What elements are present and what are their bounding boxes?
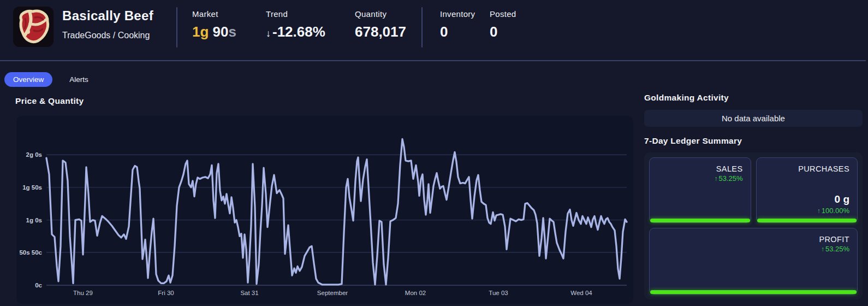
chart-section-title: Price & Quantity [15, 96, 84, 106]
item-category: TradeGoods / Cooking [62, 31, 153, 40]
svg-text:2g 0s: 2g 0s [26, 151, 42, 158]
stat-trend-value: ↓-12.68% [266, 23, 325, 40]
sales-card-percent: ↑53.25% [714, 174, 742, 183]
stat-market: Market 1g 90s [192, 9, 236, 40]
sales-card-label: SALES [716, 164, 743, 173]
stat-posted-label: Posted [490, 9, 516, 19]
ledger-card-purchases: PURCHASES 0 g ↑100.00% [756, 157, 858, 223]
sales-green-bar [650, 219, 750, 222]
right-sidebar: Goldmaking Activity No data available 7-… [644, 93, 863, 299]
ledger-cards-container: SALES ↑53.25% PURCHASES 0 g ↑100.00% PRO… [644, 152, 863, 299]
purchases-card-value: 0 g [835, 193, 849, 205]
purchases-percent-text: 100.00% [822, 207, 849, 215]
price-quantity-chart: 0c50s 50c1g 0s1g 50s2g 0sThu 29Fri 30Sat… [16, 116, 633, 304]
up-arrow-icon: ↑ [714, 175, 717, 183]
stat-quantity-label: Quantity [355, 9, 406, 19]
goldmaking-activity-title: Goldmaking Activity [644, 93, 863, 103]
profit-card-label: PROFIT [819, 235, 849, 244]
steak-item-icon [13, 7, 53, 47]
price-quantity-chart-panel: 0c50s 50c1g 0s1g 50s2g 0sThu 29Fri 30Sat… [16, 116, 633, 304]
up-arrow-icon: ↑ [821, 245, 824, 253]
svg-text:Wed 04: Wed 04 [570, 290, 592, 296]
ledger-card-profit: PROFIT ↑53.25% [649, 228, 858, 295]
profit-card-percent: ↑53.25% [821, 245, 849, 253]
svg-text:50s 50c: 50s 50c [19, 249, 42, 256]
ledger-summary-title: 7-Day Ledger Summary [644, 136, 863, 146]
stat-inventory-value: 0 [440, 23, 475, 40]
item-name: Basically Beef [62, 8, 153, 23]
market-silver-unit: s [229, 23, 236, 40]
svg-text:1g 50s: 1g 50s [22, 184, 42, 191]
svg-text:Sat 31: Sat 31 [240, 290, 258, 296]
stat-quantity-value: 678,017 [355, 23, 406, 40]
svg-text:0c: 0c [35, 282, 42, 289]
stat-trend: Trend ↓-12.68% [266, 9, 325, 40]
stat-market-value: 1g 90s [192, 23, 236, 40]
profit-percent-text: 53.25% [825, 245, 849, 253]
tab-bar: Overview Alerts [4, 72, 88, 87]
svg-text:1g 0s: 1g 0s [26, 217, 42, 223]
stat-quantity: Quantity 678,017 [355, 9, 406, 40]
svg-text:Fri 30: Fri 30 [158, 290, 174, 296]
item-header: Basically Beef TradeGoods / Cooking Mark… [0, 0, 868, 60]
up-arrow-icon: ↑ [817, 207, 821, 215]
item-title-block: Basically Beef TradeGoods / Cooking [62, 8, 153, 40]
tab-alerts[interactable]: Alerts [69, 75, 88, 84]
goldmaking-no-data-box: No data available [644, 110, 863, 127]
tab-overview[interactable]: Overview [4, 72, 52, 87]
stat-market-label: Market [192, 9, 236, 19]
header-bottom-divider [0, 60, 866, 61]
market-silver-number: 90 [213, 23, 229, 40]
page-root: { "header": { "item_name": "Basically Be… [0, 0, 868, 306]
trend-percent: -12.68% [272, 23, 325, 40]
stat-trend-label: Trend [266, 9, 325, 19]
stat-inventory: Inventory 0 [440, 9, 475, 40]
trend-down-arrow-icon: ↓ [266, 28, 271, 39]
stat-posted: Posted 0 [490, 9, 516, 40]
svg-text:Thu 29: Thu 29 [73, 290, 93, 296]
svg-text:September: September [317, 290, 348, 296]
purchases-green-bar [757, 219, 857, 222]
market-gold: 1g [192, 23, 209, 40]
stat-posted-value: 0 [490, 23, 516, 40]
ledger-card-sales: SALES ↑53.25% [649, 157, 751, 223]
sales-percent-text: 53.25% [718, 174, 742, 183]
purchases-card-percent: ↑100.00% [817, 207, 849, 215]
header-divider-2 [421, 7, 423, 48]
header-divider-1 [176, 7, 177, 48]
stat-inventory-label: Inventory [440, 9, 475, 19]
svg-text:Tue 03: Tue 03 [489, 290, 508, 296]
purchases-card-label: PURCHASES [798, 164, 849, 173]
svg-text:Mon 02: Mon 02 [405, 290, 426, 296]
profit-green-bar [650, 290, 857, 294]
